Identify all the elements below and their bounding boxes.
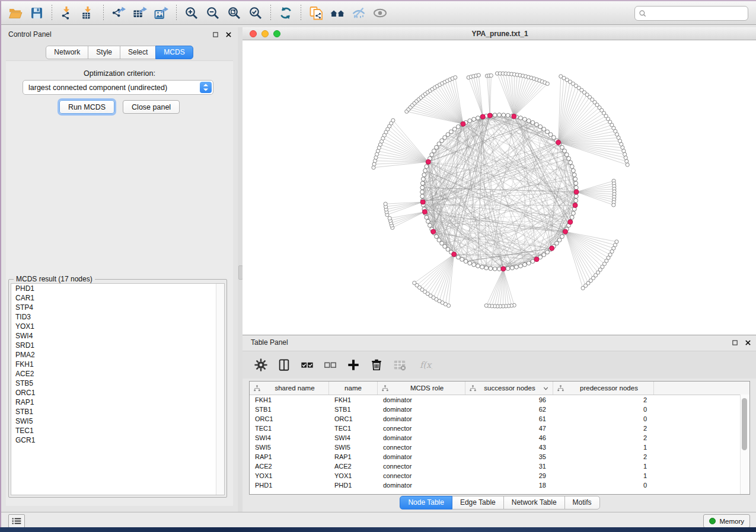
- mcds-node[interactable]: [550, 246, 554, 251]
- refresh-layout-button[interactable]: [275, 4, 296, 23]
- show-all-button[interactable]: [369, 4, 391, 23]
- optimization-criterion-dropdown[interactable]: largest connected component (undirected): [23, 80, 213, 95]
- column-header-successor-nodes[interactable]: successor nodes: [465, 382, 553, 395]
- mcds-result-item[interactable]: CAR1: [11, 293, 224, 303]
- table-row[interactable]: STB1STB1dominator620: [250, 405, 749, 414]
- mcds-node[interactable]: [574, 190, 579, 194]
- mcds-node[interactable]: [452, 252, 457, 257]
- mcds-result-item[interactable]: PMA2: [11, 350, 224, 360]
- table-scrollbar[interactable]: [740, 395, 749, 494]
- mcds-result-item[interactable]: SWI4: [11, 331, 224, 341]
- table-row[interactable]: YOX1YOX1connector291: [250, 471, 749, 480]
- mcds-result-item[interactable]: STB1: [11, 407, 224, 416]
- import-network-button[interactable]: [56, 4, 78, 23]
- tab-mcds[interactable]: MCDS: [155, 46, 193, 59]
- table-row[interactable]: FKH1FKH1dominator962: [250, 395, 749, 405]
- trash-button[interactable]: [368, 356, 385, 374]
- close-table-panel-icon[interactable]: [743, 338, 752, 347]
- mcds-result-item[interactable]: ORC1: [11, 388, 224, 398]
- mcds-node[interactable]: [573, 203, 578, 208]
- memory-button[interactable]: Memory: [703, 514, 750, 528]
- float-panel-icon[interactable]: [210, 30, 220, 39]
- tab-edge-table[interactable]: Edge Table: [452, 496, 504, 509]
- table-row[interactable]: ACE2ACE2connector311: [250, 462, 749, 471]
- mcds-node[interactable]: [501, 267, 506, 271]
- mcds-node[interactable]: [480, 114, 485, 119]
- mcds-node[interactable]: [556, 140, 561, 145]
- table-row[interactable]: PHD1PHD1dominator180: [250, 480, 749, 490]
- zoom-fit-button[interactable]: [224, 4, 245, 23]
- mcds-result-item[interactable]: TID3: [11, 312, 224, 322]
- network-view-canvas[interactable]: [243, 40, 756, 335]
- zoom-in-button[interactable]: [181, 4, 202, 23]
- mcds-result-item[interactable]: STP4: [11, 303, 224, 312]
- zoom-out-button[interactable]: [202, 4, 224, 23]
- gear-button[interactable]: [252, 356, 270, 374]
- close-panel-button[interactable]: Close panel: [123, 100, 180, 114]
- mcds-result-item[interactable]: YOX1: [11, 322, 224, 331]
- split-columns-button[interactable]: [275, 356, 293, 374]
- column-header-name[interactable]: name: [329, 382, 378, 395]
- table-scrollbar-thumb[interactable]: [742, 398, 747, 450]
- mcds-node[interactable]: [420, 200, 425, 204]
- menu-list-button[interactable]: [8, 514, 25, 528]
- mcds-result-item[interactable]: TEC1: [11, 426, 224, 435]
- mcds-node[interactable]: [431, 229, 436, 234]
- mcds-node[interactable]: [568, 220, 573, 225]
- tab-style[interactable]: Style: [88, 46, 120, 59]
- save-session-button[interactable]: [26, 4, 47, 23]
- table-cell: 18: [465, 482, 553, 489]
- tab-motifs[interactable]: Motifs: [564, 496, 600, 509]
- table-cell: 0: [553, 415, 654, 422]
- run-mcds-button[interactable]: Run MCDS: [59, 100, 114, 114]
- node-table-header: shared namenameMCDS rolesuccessor nodesp…: [250, 382, 749, 395]
- zoom-selected-button[interactable]: [245, 4, 266, 23]
- network-window-titlebar[interactable]: YPA_prune.txt_1: [243, 27, 756, 40]
- sort-chevron-icon[interactable]: [543, 385, 549, 392]
- mcds-node[interactable]: [422, 210, 427, 214]
- result-list-scrollbar[interactable]: [216, 284, 224, 495]
- table-row[interactable]: SWI5SWI5connector431: [250, 443, 749, 452]
- tab-network-table[interactable]: Network Table: [503, 496, 565, 509]
- tab-node-table[interactable]: Node Table: [400, 496, 452, 509]
- mcds-result-item[interactable]: SRD1: [11, 341, 224, 350]
- select-all-checkboxes-button[interactable]: [298, 356, 316, 374]
- close-panel-icon[interactable]: [224, 30, 233, 39]
- column-header-shared-name[interactable]: shared name: [250, 382, 329, 395]
- first-neighbors-button[interactable]: [327, 4, 348, 23]
- mcds-node[interactable]: [563, 229, 567, 234]
- mcds-result-item[interactable]: GCR1: [11, 435, 224, 445]
- mcds-node[interactable]: [534, 257, 539, 262]
- clear-checkboxes-button[interactable]: [321, 356, 339, 374]
- mcds-node[interactable]: [461, 121, 465, 126]
- float-table-panel-icon[interactable]: [730, 338, 739, 347]
- mcds-result-item[interactable]: SWI5: [11, 416, 224, 426]
- mcds-result-item[interactable]: STB5: [11, 379, 224, 388]
- duplicate-network-button[interactable]: [305, 4, 327, 23]
- mcds-result-item[interactable]: PHD1: [11, 284, 224, 293]
- search-input[interactable]: [649, 8, 748, 19]
- table-row[interactable]: TEC1TEC1connector472: [250, 424, 749, 433]
- add-column-button[interactable]: [344, 356, 362, 374]
- mcds-node[interactable]: [487, 113, 492, 118]
- open-file-button[interactable]: [5, 4, 26, 23]
- mcds-result-item[interactable]: RAP1: [11, 398, 224, 407]
- table-cell: YOX1: [329, 472, 378, 479]
- column-header-predecessor-nodes[interactable]: predecessor nodes: [553, 382, 654, 395]
- table-row[interactable]: ORC1ORC1dominator610: [250, 414, 749, 424]
- table-row[interactable]: SWI4SWI4dominator462: [250, 433, 749, 443]
- hide-selected-button[interactable]: [348, 4, 369, 23]
- export-image-button[interactable]: [151, 4, 172, 23]
- import-table-button[interactable]: [78, 4, 99, 23]
- mcds-result-item[interactable]: ACE2: [11, 369, 224, 379]
- import-network-icon: [60, 6, 74, 20]
- tab-network[interactable]: Network: [46, 46, 88, 59]
- mcds-node[interactable]: [512, 114, 516, 118]
- mcds-node[interactable]: [426, 159, 430, 164]
- column-header-MCDS-role[interactable]: MCDS role: [378, 382, 465, 395]
- export-network-button[interactable]: [108, 4, 129, 23]
- tab-select[interactable]: Select: [120, 46, 156, 59]
- table-row[interactable]: RAP1RAP1dominator352: [250, 452, 749, 462]
- mcds-result-item[interactable]: FKH1: [11, 360, 224, 369]
- export-table-button[interactable]: [129, 4, 151, 23]
